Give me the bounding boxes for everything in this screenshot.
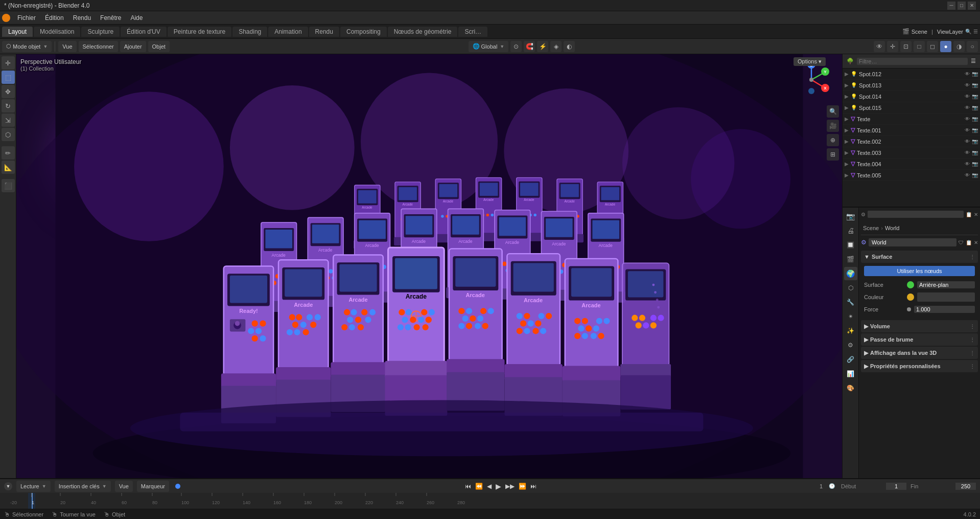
tab-noeuds-geo[interactable]: Nœuds de géométrie <box>388 27 458 37</box>
tab-layout[interactable]: Layout <box>2 27 33 37</box>
ortho-toggle-btn[interactable]: ⊞ <box>827 148 839 161</box>
restrict-view-btn[interactable]: 👁 <box>965 105 970 110</box>
zoom-in-btn[interactable]: 🔍 <box>827 105 839 118</box>
show-overlay[interactable]: ⊡ <box>900 41 912 52</box>
tool-select[interactable]: ⬚ <box>2 71 15 84</box>
timeline-dropdown[interactable]: ▼ <box>4 482 12 490</box>
minimize-button[interactable]: ─ <box>947 2 955 10</box>
outliner-item-spot015[interactable]: ▶ 💡 Spot.015 👁 📷 <box>843 102 980 114</box>
camera-btn[interactable]: ⊕ <box>827 134 839 146</box>
restrict-render-btn[interactable]: 📷 <box>972 116 978 122</box>
menu-fenetre[interactable]: Fenêtre <box>96 13 125 22</box>
tool-scale[interactable]: ⇲ <box>2 114 15 127</box>
maximize-button[interactable]: □ <box>958 2 966 10</box>
transform-pivot[interactable]: ◈ <box>550 41 562 52</box>
play-btn[interactable]: ▶ <box>495 482 502 490</box>
prop-close-icon[interactable]: ✕ <box>974 212 978 217</box>
passe-brume-section-header[interactable]: ▶ Passe de brume ⋮ <box>861 333 978 346</box>
view-menu[interactable]: Vue <box>58 41 76 52</box>
material-preview[interactable]: ◑ <box>953 41 965 52</box>
restrict-render-btn[interactable]: 📷 <box>972 71 978 77</box>
insertion-cles-selector[interactable]: Insertion de clés ▼ <box>55 481 111 492</box>
mode-selector[interactable]: ⬡ Mode objet ▼ <box>2 41 52 52</box>
menu-fichier[interactable]: Fichier <box>13 13 40 22</box>
surface-options[interactable]: ⋮ <box>970 254 975 260</box>
world-copy-icon[interactable]: 📋 <box>966 240 972 245</box>
prop-physics-icon[interactable]: ⚙ <box>844 339 857 352</box>
overlay-toggle[interactable]: 👁 <box>874 41 885 52</box>
lecture-selector[interactable]: Lecture ▼ <box>16 481 51 492</box>
tab-rendu[interactable]: Rendu <box>309 27 339 37</box>
wireframe-mode[interactable]: ◻ <box>927 41 938 52</box>
menu-aide[interactable]: Aide <box>126 13 147 22</box>
prop-data-icon[interactable]: 📊 <box>844 367 857 380</box>
add-menu[interactable]: Ajouter <box>120 41 146 52</box>
restrict-render-btn[interactable]: 📷 <box>972 94 978 99</box>
rendered-preview[interactable]: ○ <box>967 41 978 52</box>
prop-render-icon[interactable]: 📷 <box>844 210 857 223</box>
jump-start-btn[interactable]: ⏮ <box>464 483 472 490</box>
tab-edition-uv[interactable]: Édition d'UV <box>121 27 167 37</box>
outliner-item-spot013[interactable]: ▶ 💡 Spot.013 👁 📷 <box>843 80 980 91</box>
global-selector[interactable]: 🌐 Global ▼ <box>469 41 509 52</box>
prev-keyframe-btn[interactable]: ⏪ <box>474 483 484 490</box>
passe-brume-options[interactable]: ⋮ <box>970 337 975 343</box>
tool-rotate[interactable]: ↻ <box>2 99 15 112</box>
restrict-view-btn[interactable]: 👁 <box>965 127 970 133</box>
scene-name[interactable]: Scene <box>912 29 927 35</box>
select-menu[interactable]: Sélectionner <box>79 41 118 52</box>
restrict-render-btn[interactable]: 📷 <box>972 105 978 110</box>
tool-transform[interactable]: ⬡ <box>2 128 15 141</box>
proportional-size[interactable]: ◐ <box>564 41 575 52</box>
prop-constraints-icon[interactable]: 🔗 <box>844 353 857 366</box>
outliner-item-texte004[interactable]: ▶ ▽ Texte.004 👁 📷 <box>843 159 980 170</box>
tool-annotate[interactable]: ✏ <box>2 146 15 160</box>
prop-scene-icon[interactable]: 🎬 <box>844 253 857 266</box>
viewlayer-name[interactable]: ViewLayer <box>937 29 963 35</box>
restrict-view-btn[interactable]: 👁 <box>965 71 970 77</box>
tool-cursor[interactable]: ✛ <box>2 56 15 70</box>
prop-object-icon[interactable]: ⬡ <box>844 281 857 295</box>
tab-animation[interactable]: Animation <box>268 27 308 37</box>
filter-icon[interactable]: ☰ <box>973 29 978 34</box>
timeline-track[interactable]: -20 1 20 40 60 80 100 120 140 160 180 20… <box>0 493 980 509</box>
volume-section-header[interactable]: ▶ Volume ⋮ <box>861 320 978 332</box>
tab-sculpture[interactable]: Sculpture <box>81 27 120 37</box>
snap-toggle[interactable]: 🧲 <box>524 41 535 52</box>
tab-shading[interactable]: Shading <box>232 27 267 37</box>
tab-peinture-texture[interactable]: Peinture de texture <box>168 27 231 37</box>
outliner-item-texte001[interactable]: ▶ ▽ Texte.001 👁 📷 <box>843 125 980 136</box>
restrict-view-btn[interactable]: 👁 <box>965 139 970 144</box>
prev-frame-btn[interactable]: ◀ <box>486 483 493 490</box>
restrict-render-btn[interactable]: 📷 <box>972 172 978 178</box>
next-frame-btn[interactable]: ▶▶ <box>504 483 516 490</box>
outliner-search-input[interactable] <box>857 58 968 65</box>
tab-modelisation[interactable]: Modélisation <box>34 27 80 37</box>
restrict-view-btn[interactable]: 👁 <box>965 116 970 122</box>
outliner-filter-icon[interactable]: ☰ <box>971 58 976 64</box>
surface-prop-value[interactable]: Arrière-plan <box>917 281 975 288</box>
restrict-view-btn[interactable]: 👁 <box>965 172 970 178</box>
prop-copy-icon[interactable]: 📋 <box>966 212 972 217</box>
viewport[interactable]: Arcade Arcade <box>16 54 842 478</box>
prop-output-icon[interactable]: 🖨 <box>844 224 857 237</box>
tool-move[interactable]: ✥ <box>2 85 15 98</box>
proprietes-options[interactable]: ⋮ <box>970 364 975 369</box>
frame-start-input[interactable] <box>886 483 906 490</box>
tool-add-cube[interactable]: ⬛ <box>2 179 15 192</box>
breadcrumb-world[interactable]: World <box>885 225 900 231</box>
restrict-render-btn[interactable]: 📷 <box>972 150 978 155</box>
world-name-input[interactable] <box>869 238 956 246</box>
restrict-render-btn[interactable]: 📷 <box>972 139 978 144</box>
gizmo-toggle[interactable]: ✛ <box>887 41 898 52</box>
outliner-item-texte002[interactable]: ▶ ▽ Texte.002 👁 📷 <box>843 136 980 147</box>
object-menu[interactable]: Objet <box>148 41 170 52</box>
prop-particle-icon[interactable]: ✨ <box>844 324 857 337</box>
properties-search-input[interactable] <box>868 211 964 218</box>
zoom-out-btn[interactable]: 🎥 <box>827 120 839 132</box>
search-icon[interactable]: 🔍 <box>965 29 971 34</box>
proprietes-perso-section-header[interactable]: ▶ Propriétés personnalisées ⋮ <box>861 360 978 372</box>
tab-scripting[interactable]: Scri… <box>458 27 487 37</box>
outliner-item-spot012[interactable]: ▶ 💡 Spot.012 👁 📷 <box>843 69 980 80</box>
volume-options[interactable]: ⋮ <box>970 324 975 329</box>
